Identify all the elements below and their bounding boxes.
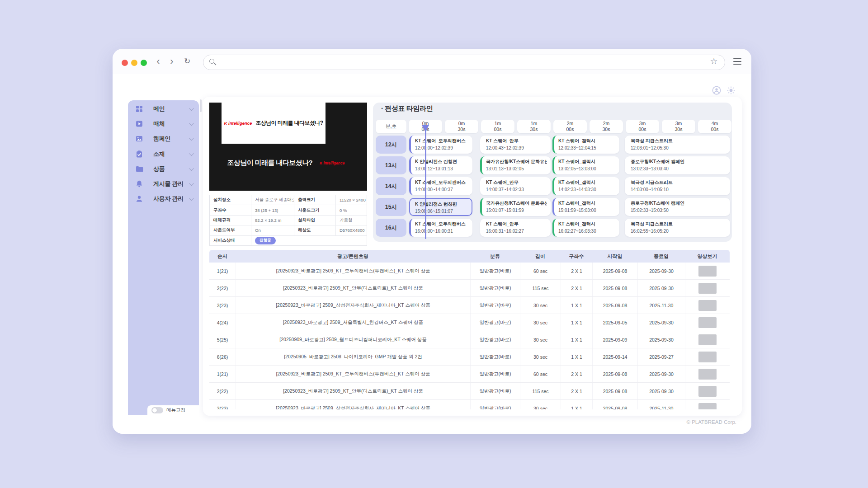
timeline-block[interactable]: KT 스퀘어_갤럭시14:02:33~14:03:30 [552, 177, 619, 195]
sidebar-scrollbar[interactable] [200, 99, 202, 112]
table-cell: 일반광고(바로) [470, 366, 520, 382]
video-thumbnail[interactable] [698, 317, 717, 328]
table-cell: 일반광고(바로) [470, 314, 520, 331]
preview-headline: 조상님이 미래를 내다보셨나? [255, 119, 323, 127]
grid-icon [135, 105, 143, 113]
sidebar-item-label: 매체 [153, 120, 165, 128]
table-row[interactable]: 1(21)[20250923_바로광고] 2509_KT_모두의캔버스(투캔버스… [209, 366, 730, 383]
timeline-block[interactable]: 북극성 지급스트리트14:03:00~14:05:10 [625, 177, 730, 195]
timeline-block[interactable]: 종로구청/KT스퀘어 캠페인13:02:33~13:03:40 [625, 156, 730, 174]
column-header: 종료일 [637, 250, 685, 263]
timeline-block[interactable]: 국가유산청/KT스퀘어 문화유산15:01:07~15:01:59 [480, 198, 551, 216]
address-input[interactable] [219, 56, 713, 69]
table-cell: 2(22) [209, 383, 236, 399]
playhead-marker[interactable] [422, 125, 429, 132]
reload-icon[interactable]: ↻ [182, 49, 192, 74]
table-cell: 일반광고(바로) [470, 383, 520, 399]
column-header: 길이 [520, 250, 561, 263]
column-header: 순서 [209, 250, 236, 263]
timeline-block-selected[interactable]: K 인텔리전스 런칭편15:00:06~15:01:07 [409, 198, 472, 216]
sidebar-item-label: 사용자 관리 [153, 195, 184, 203]
table-row[interactable]: 3(23)[20250923_바로광고] 2509_삼성전자주식회사_제미니아_… [209, 297, 730, 314]
timeline-block[interactable]: KT 스퀘어_모두의캔버스12:00:00~12:02:39 [409, 136, 472, 154]
media-preview[interactable]: K intelligence 조상님이 미래를 내다보셨나? 조상님이 미래를 … [209, 103, 367, 191]
bookmark-icon[interactable]: ☆ [708, 49, 719, 74]
sidebar-item-label: 게시물 관리 [153, 180, 184, 188]
menu-icon[interactable] [733, 58, 741, 65]
clipboard-icon [135, 150, 143, 158]
close-button[interactable] [122, 60, 128, 66]
table-row[interactable]: 6(26)[20250905_바로광고] 2508_나이키코리아_GMP 개발 … [209, 348, 730, 366]
maximize-button[interactable] [141, 60, 147, 66]
desktop: ‹ › ↻ ☆ 메인매체캠페인소재상품게시물 관리사용자 관리 [0, 0, 868, 488]
menu-pin-toggle[interactable] [151, 407, 163, 413]
block-name: 국가유산청/KT스퀘어 문화유산 [486, 200, 547, 206]
scale-second: 30s [530, 127, 538, 132]
table-cell: 2(22) [209, 280, 236, 296]
table-cell: 2025-09-30 [637, 280, 685, 296]
timeline-block[interactable]: KT 스퀘어_갤럭시16:02:27~16:03:30 [552, 219, 619, 237]
block-time-range: 14:00:37~14:02:33 [486, 187, 547, 192]
block-name: K 인텔리전스 런칭편 [415, 159, 469, 165]
sidebar-item-posts[interactable]: 게시물 관리 [128, 176, 199, 191]
video-thumbnail[interactable] [698, 403, 717, 410]
minimize-button[interactable] [131, 60, 137, 66]
block-name: 종로구청/KT스퀘어 캠페인 [631, 159, 726, 165]
scale-second: 30s [603, 127, 610, 132]
video-thumbnail[interactable] [698, 266, 717, 277]
video-thumbnail[interactable] [698, 369, 717, 380]
timeline-block[interactable]: 종로구청/KT스퀘어 캠페인15:02:33~15:03:50 [625, 198, 730, 216]
timeline-block[interactable]: KT 스퀘어_갤럭시13:02:05~13:03:00 [552, 156, 619, 174]
timeline-block[interactable]: KT 스퀘어_모두의캔버스14:00:00~14:00:37 [409, 177, 472, 195]
sidebar-item-main[interactable]: 메인 [128, 101, 199, 116]
video-thumbnail[interactable] [698, 334, 717, 345]
timeline-scale-cell: 2m00s [553, 120, 587, 133]
scale-second: 30s [675, 127, 683, 132]
timeline-block[interactable]: KT 스퀘어_모두의캔버스16:00:00~16:00:31 [409, 219, 472, 237]
block-name: KT 스퀘어_갤럭시 [558, 138, 616, 144]
chevron-down-icon [189, 121, 194, 126]
info-label: 서비스상태 [210, 236, 251, 245]
back-icon[interactable]: ‹ [153, 49, 163, 74]
table-row[interactable]: 4(24)[20250923_바로광고] 2509_서울특별시_한강버스_KT … [209, 314, 730, 331]
sidebar-item-asset[interactable]: 소재 [128, 146, 199, 161]
table-row[interactable]: 3(23)[20250923_바로광고] 2509_삼성전자주식회사_제미니아_… [209, 400, 730, 409]
block-time-range: 14:00:00~14:00:37 [415, 187, 469, 192]
video-cell [685, 331, 730, 348]
table-cell: 2025-09-30 [637, 263, 685, 279]
table-row[interactable]: 1(21)[20250923_바로광고] 2509_KT_모두의캔버스(투캔버스… [209, 263, 730, 280]
timeline-block[interactable]: KT 스퀘어_안무16:00:31~16:02:27 [480, 219, 551, 237]
account-icon[interactable] [712, 86, 721, 95]
sidebar: 메인매체캠페인소재상품게시물 관리사용자 관리 메뉴고정 [128, 100, 199, 415]
table-cell: 115 sec [520, 280, 561, 296]
video-thumbnail[interactable] [698, 283, 717, 294]
table-cell: 2025-11-30 [637, 297, 685, 314]
video-thumbnail[interactable] [698, 352, 717, 362]
timeline-block[interactable]: KT 스퀘어_안무12:00:43~12:02:39 [480, 136, 551, 154]
info-value: 38 (25 + 13) [251, 205, 294, 215]
scale-minute: 2m [567, 121, 574, 127]
timeline-block[interactable]: KT 스퀘어_안무14:00:37~14:02:33 [480, 177, 551, 195]
timeline-block[interactable]: 국가유산청/KT스퀘어 문화유산13:01:13~13:02:05 [480, 156, 551, 174]
theme-sun-icon[interactable] [726, 86, 736, 95]
scale-second: 00s [494, 127, 502, 132]
info-value: On [251, 225, 294, 235]
timeline-block[interactable]: K 인텔리전스 런칭편13:00:12~13:01:13 [409, 156, 472, 174]
table-row[interactable]: 2(22)[20250923_바로광고] 2509_KT_안무(디스트릭트)_K… [209, 383, 730, 400]
video-thumbnail[interactable] [698, 386, 717, 397]
timeline-block[interactable]: KT 스퀘어_갤럭시15:01:59~15:03:00 [552, 198, 619, 216]
table-cell: 1(21) [209, 263, 236, 279]
timeline-hour-label: 12시 [376, 136, 406, 154]
table-row[interactable]: 2(22)[20250923_바로광고] 2509_KT_안무(디스트릭트)_K… [209, 280, 730, 297]
timeline-block[interactable]: 북극성 지급스트리트16:02:55~16:05:20 [625, 219, 730, 237]
table-row[interactable]: 5(25)[20250909_바로광고] 2509_월트디즈니컴퍼니코리아_KT… [209, 331, 730, 348]
timeline-block[interactable]: 북극성 지급스트리트12:03:01~12:05:30 [625, 136, 730, 154]
table-cell: 일반광고(바로) [470, 331, 520, 348]
sidebar-item-campaign[interactable]: 캠페인 [128, 131, 199, 146]
timeline-block[interactable]: KT 스퀘어_갤럭시12:02:33~12:04:15 [552, 136, 619, 154]
sidebar-item-media[interactable]: 매체 [128, 116, 199, 131]
forward-icon[interactable]: › [167, 49, 177, 74]
sidebar-item-users[interactable]: 사용자 관리 [128, 192, 199, 206]
sidebar-item-product[interactable]: 상품 [128, 161, 199, 176]
video-thumbnail[interactable] [698, 300, 717, 311]
